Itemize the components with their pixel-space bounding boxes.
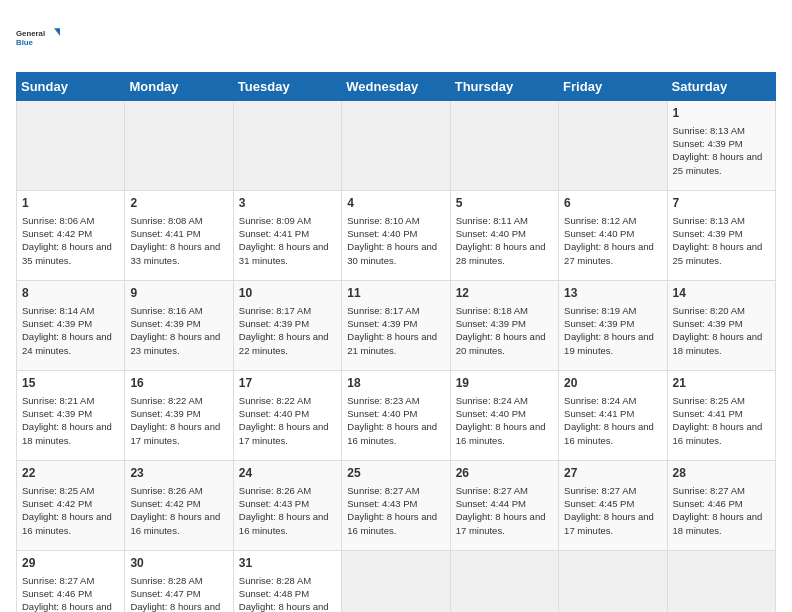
day-number: 5 [456,195,553,212]
sunset-label: Sunset: 4:42 PM [22,498,92,509]
sunset-label: Sunset: 4:39 PM [347,318,417,329]
sunset-label: Sunset: 4:39 PM [673,228,743,239]
sunrise-label: Sunrise: 8:25 AM [22,485,94,496]
cell-w1-d1 [17,101,125,191]
week-row-4: 15 Sunrise: 8:21 AM Sunset: 4:39 PM Dayl… [17,371,776,461]
sunset-label: Sunset: 4:41 PM [130,228,200,239]
daylight-label: Daylight: 8 hours and 16 minutes. [673,421,763,445]
sunrise-label: Sunrise: 8:24 AM [564,395,636,406]
sunset-label: Sunset: 4:45 PM [564,498,634,509]
sunset-label: Sunset: 4:41 PM [564,408,634,419]
cell-w2-d1: 1 Sunrise: 8:06 AM Sunset: 4:42 PM Dayli… [17,191,125,281]
day-number: 20 [564,375,661,392]
header-friday: Friday [559,73,667,101]
day-number: 30 [130,555,227,572]
daylight-label: Daylight: 8 hours and 27 minutes. [564,241,654,265]
cell-w1-d5 [450,101,558,191]
cell-w1-d7: 1 Sunrise: 8:13 AM Sunset: 4:39 PM Dayli… [667,101,775,191]
header-row: SundayMondayTuesdayWednesdayThursdayFrid… [17,73,776,101]
day-number: 23 [130,465,227,482]
sunset-label: Sunset: 4:44 PM [456,498,526,509]
sunrise-label: Sunrise: 8:27 AM [564,485,636,496]
daylight-label: Daylight: 8 hours and 17 minutes. [564,511,654,535]
day-number: 22 [22,465,119,482]
daylight-label: Daylight: 8 hours and 16 minutes. [239,511,329,535]
sunrise-label: Sunrise: 8:17 AM [347,305,419,316]
svg-marker-2 [54,28,60,36]
day-number: 3 [239,195,336,212]
sunrise-label: Sunrise: 8:28 AM [239,575,311,586]
sunset-label: Sunset: 4:40 PM [564,228,634,239]
daylight-label: Daylight: 8 hours and 16 minutes. [347,511,437,535]
day-number: 10 [239,285,336,302]
daylight-label: Daylight: 8 hours and 25 minutes. [673,151,763,175]
day-number: 21 [673,375,770,392]
cell-w2-d3: 3 Sunrise: 8:09 AM Sunset: 4:41 PM Dayli… [233,191,341,281]
day-number: 4 [347,195,444,212]
logo: General Blue [16,16,60,60]
cell-w4-d4: 18 Sunrise: 8:23 AM Sunset: 4:40 PM Dayl… [342,371,450,461]
cell-w2-d6: 6 Sunrise: 8:12 AM Sunset: 4:40 PM Dayli… [559,191,667,281]
sunset-label: Sunset: 4:39 PM [673,318,743,329]
sunrise-label: Sunrise: 8:24 AM [456,395,528,406]
sunset-label: Sunset: 4:40 PM [239,408,309,419]
sunrise-label: Sunrise: 8:13 AM [673,215,745,226]
daylight-label: Daylight: 8 hours and 20 minutes. [239,601,329,612]
header-saturday: Saturday [667,73,775,101]
daylight-label: Daylight: 8 hours and 21 minutes. [347,331,437,355]
daylight-label: Daylight: 8 hours and 28 minutes. [456,241,546,265]
sunset-label: Sunset: 4:41 PM [673,408,743,419]
sunrise-label: Sunrise: 8:19 AM [564,305,636,316]
day-number: 28 [673,465,770,482]
sunset-label: Sunset: 4:43 PM [347,498,417,509]
sunrise-label: Sunrise: 8:11 AM [456,215,528,226]
cell-w3-d1: 8 Sunrise: 8:14 AM Sunset: 4:39 PM Dayli… [17,281,125,371]
cell-w6-d3: 31 Sunrise: 8:28 AM Sunset: 4:48 PM Dayl… [233,551,341,613]
cell-w5-d4: 25 Sunrise: 8:27 AM Sunset: 4:43 PM Dayl… [342,461,450,551]
logo-svg: General Blue [16,16,60,60]
sunrise-label: Sunrise: 8:08 AM [130,215,202,226]
week-row-3: 8 Sunrise: 8:14 AM Sunset: 4:39 PM Dayli… [17,281,776,371]
day-number: 2 [130,195,227,212]
daylight-label: Daylight: 8 hours and 31 minutes. [239,241,329,265]
day-number: 14 [673,285,770,302]
daylight-label: Daylight: 8 hours and 18 minutes. [22,421,112,445]
day-number: 1 [22,195,119,212]
sunset-label: Sunset: 4:41 PM [239,228,309,239]
day-number: 8 [22,285,119,302]
day-number: 18 [347,375,444,392]
sunrise-label: Sunrise: 8:26 AM [130,485,202,496]
cell-w6-d1: 29 Sunrise: 8:27 AM Sunset: 4:46 PM Dayl… [17,551,125,613]
daylight-label: Daylight: 8 hours and 30 minutes. [347,241,437,265]
cell-w3-d3: 10 Sunrise: 8:17 AM Sunset: 4:39 PM Dayl… [233,281,341,371]
sunrise-label: Sunrise: 8:20 AM [673,305,745,316]
sunset-label: Sunset: 4:39 PM [22,318,92,329]
day-number: 7 [673,195,770,212]
cell-w3-d4: 11 Sunrise: 8:17 AM Sunset: 4:39 PM Dayl… [342,281,450,371]
day-number: 12 [456,285,553,302]
svg-text:Blue: Blue [16,38,34,47]
week-row-2: 1 Sunrise: 8:06 AM Sunset: 4:42 PM Dayli… [17,191,776,281]
sunset-label: Sunset: 4:42 PM [130,498,200,509]
daylight-label: Daylight: 8 hours and 18 minutes. [673,331,763,355]
day-number: 27 [564,465,661,482]
cell-w6-d4 [342,551,450,613]
daylight-label: Daylight: 8 hours and 33 minutes. [130,241,220,265]
sunset-label: Sunset: 4:39 PM [130,408,200,419]
sunrise-label: Sunrise: 8:06 AM [22,215,94,226]
sunrise-label: Sunrise: 8:23 AM [347,395,419,406]
sunset-label: Sunset: 4:42 PM [22,228,92,239]
cell-w2-d4: 4 Sunrise: 8:10 AM Sunset: 4:40 PM Dayli… [342,191,450,281]
sunrise-label: Sunrise: 8:26 AM [239,485,311,496]
cell-w6-d5 [450,551,558,613]
cell-w4-d7: 21 Sunrise: 8:25 AM Sunset: 4:41 PM Dayl… [667,371,775,461]
daylight-label: Daylight: 8 hours and 16 minutes. [564,421,654,445]
header-monday: Monday [125,73,233,101]
cell-w5-d3: 24 Sunrise: 8:26 AM Sunset: 4:43 PM Dayl… [233,461,341,551]
sunrise-label: Sunrise: 8:12 AM [564,215,636,226]
daylight-label: Daylight: 8 hours and 16 minutes. [22,511,112,535]
sunset-label: Sunset: 4:43 PM [239,498,309,509]
sunset-label: Sunset: 4:40 PM [456,408,526,419]
sunrise-label: Sunrise: 8:09 AM [239,215,311,226]
cell-w6-d7 [667,551,775,613]
